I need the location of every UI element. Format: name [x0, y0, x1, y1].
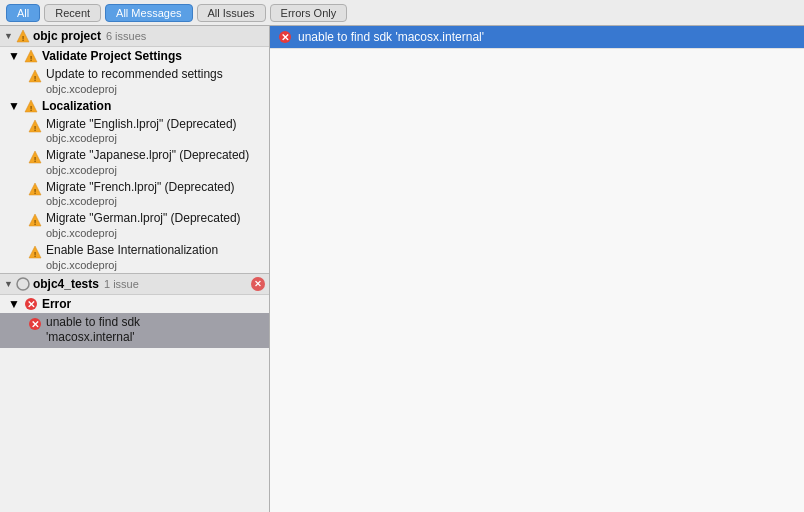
svg-text:!: ! [34, 155, 37, 164]
issue-title: Update to recommended settings [46, 67, 223, 83]
project-objc: ▼ ! objc project 6 issues ▼ ! Validate P… [0, 26, 269, 273]
svg-text:!: ! [34, 218, 37, 227]
svg-text:✕: ✕ [281, 32, 289, 43]
warning-icon: ! [24, 99, 38, 113]
triangle-icon: ▼ [8, 99, 20, 113]
issue-title: Enable Base Internationalization [46, 243, 218, 259]
circle-icon [16, 277, 30, 291]
svg-text:✕: ✕ [27, 299, 35, 310]
error-icon: ✕ [28, 317, 42, 331]
svg-point-18 [17, 278, 29, 290]
issue-title: Migrate "French.lproj" (Deprecated) [46, 180, 235, 196]
group-localization-label: Localization [42, 99, 111, 113]
svg-text:!: ! [34, 74, 37, 83]
top-bar: All Recent All Messages All Issues Error… [0, 0, 804, 26]
warning-icon: ! [28, 69, 42, 83]
triangle-icon: ▼ [8, 297, 20, 311]
project-objc4tests-name: objc4_tests [33, 277, 99, 291]
svg-text:!: ! [30, 54, 33, 63]
warning-icon: ! [28, 150, 42, 164]
list-item[interactable]: ! Migrate "English.lproj" (Deprecated) o… [0, 115, 269, 147]
tab-recent[interactable]: Recent [44, 4, 101, 22]
group-validate-label: Validate Project Settings [42, 49, 182, 63]
issue-file: objc.xcodeproj [46, 164, 249, 176]
group-localization[interactable]: ▼ ! Localization [0, 97, 269, 115]
list-item[interactable]: ! Update to recommended settings objc.xc… [0, 65, 269, 97]
list-item[interactable]: ✕ unable to find sdk'macosx.internal' [0, 313, 269, 348]
tab-all[interactable]: All [6, 4, 40, 22]
message-row[interactable]: ✕ unable to find sdk 'macosx.internal' [270, 26, 804, 49]
tab-all-issues[interactable]: All Issues [197, 4, 266, 22]
list-item[interactable]: ! Enable Base Internationalization objc.… [0, 241, 269, 273]
list-item[interactable]: ! Migrate "Japanese.lproj" (Deprecated) … [0, 146, 269, 178]
warning-icon: ! [28, 213, 42, 227]
svg-text:!: ! [34, 123, 37, 132]
list-item[interactable]: ! Migrate "German.lproj" (Deprecated) ob… [0, 209, 269, 241]
issue-file: objc.xcodeproj [46, 259, 218, 271]
group-error[interactable]: ▼ ✕ Error [0, 295, 269, 313]
project-objc-count: 6 issues [106, 30, 146, 42]
tab-all-messages[interactable]: All Messages [105, 4, 192, 22]
project-objc-header[interactable]: ▼ ! objc project 6 issues [0, 26, 269, 47]
error-icon: ✕ [278, 30, 292, 44]
svg-text:!: ! [30, 103, 33, 112]
svg-text:!: ! [34, 249, 37, 258]
warning-icon: ! [28, 119, 42, 133]
warning-icon: ! [28, 182, 42, 196]
main-container: ▼ ! objc project 6 issues ▼ ! Validate P… [0, 26, 804, 512]
close-project-button[interactable]: ✕ [251, 277, 265, 291]
warning-icon: ! [28, 245, 42, 259]
triangle-icon: ▼ [8, 49, 20, 63]
svg-text:!: ! [22, 34, 25, 43]
issue-title: Migrate "German.lproj" (Deprecated) [46, 211, 241, 227]
issue-file: objc.xcodeproj [46, 132, 237, 144]
list-item[interactable]: ! Migrate "French.lproj" (Deprecated) ob… [0, 178, 269, 210]
warning-icon: ! [24, 49, 38, 63]
issue-title: unable to find sdk'macosx.internal' [46, 315, 140, 346]
issue-file: objc.xcodeproj [46, 227, 241, 239]
triangle-icon: ▼ [4, 279, 13, 289]
project-objc4tests-count: 1 issue [104, 278, 139, 290]
svg-text:✕: ✕ [31, 319, 39, 330]
issue-title: Migrate "English.lproj" (Deprecated) [46, 117, 237, 133]
sidebar: ▼ ! objc project 6 issues ▼ ! Validate P… [0, 26, 270, 512]
error-icon: ✕ [24, 297, 38, 311]
issue-title: Migrate "Japanese.lproj" (Deprecated) [46, 148, 249, 164]
group-error-label: Error [42, 297, 71, 311]
project-objc-name: objc project [33, 29, 101, 43]
project-objc4tests: ▼ objc4_tests 1 issue ✕ ▼ ✕ Error [0, 273, 269, 348]
message-text: unable to find sdk 'macosx.internal' [298, 30, 484, 44]
warning-icon: ! [16, 29, 30, 43]
project-objc4tests-header[interactable]: ▼ objc4_tests 1 issue ✕ [0, 274, 269, 295]
svg-text:!: ! [34, 186, 37, 195]
tab-errors-only[interactable]: Errors Only [270, 4, 348, 22]
issue-file: objc.xcodeproj [46, 195, 235, 207]
group-validate[interactable]: ▼ ! Validate Project Settings [0, 47, 269, 65]
triangle-icon: ▼ [4, 31, 13, 41]
content-panel: ✕ unable to find sdk 'macosx.internal' [270, 26, 804, 512]
issue-file: objc.xcodeproj [46, 83, 223, 95]
